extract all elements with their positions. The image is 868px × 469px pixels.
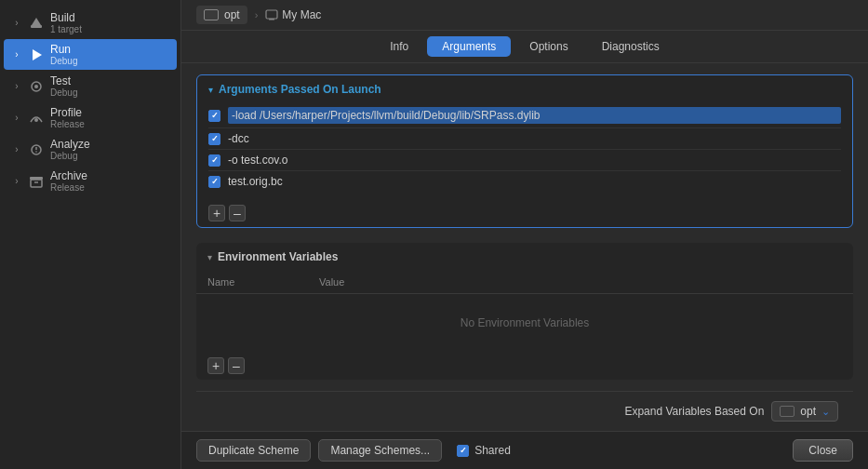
tab-diagnostics[interactable]: Diagnostics (587, 36, 674, 57)
breadcrumb-separator: › (255, 9, 259, 20)
arguments-section-header[interactable]: ▾ Arguments Passed On Launch (197, 75, 852, 103)
main-panel: opt › My Mac Info Arguments Options Diag… (181, 0, 868, 469)
shared-label: Shared (474, 444, 511, 457)
sidebar-item-build[interactable]: › Build 1 target (4, 7, 177, 38)
arg1-text[interactable]: -load /Users/harper/Projects/llvm/build/… (228, 107, 841, 124)
sidebar-item-test[interactable]: › Test Debug (4, 71, 177, 101)
chevron-icon: › (11, 18, 22, 28)
arg3-checkbox[interactable] (208, 154, 220, 167)
arg2-checkbox[interactable] (208, 133, 220, 145)
arg1-checkbox[interactable] (208, 110, 220, 122)
env-table-header: Name Value (196, 271, 853, 294)
arguments-add-button[interactable]: + (208, 205, 225, 221)
arg4-checkbox[interactable] (208, 176, 220, 188)
arg4-text[interactable]: test.orig.bc (228, 175, 283, 188)
tab-arguments[interactable]: Arguments (427, 36, 511, 57)
arg3-text[interactable]: -o test.cov.o (228, 154, 287, 167)
env-col-name-header: Name (207, 276, 319, 288)
env-add-button[interactable]: + (207, 357, 224, 374)
tab-options[interactable]: Options (514, 36, 582, 57)
argument-item-3: -o test.cov.o (208, 150, 841, 171)
svg-marker-1 (32, 18, 41, 25)
scheme-label: opt (224, 8, 240, 21)
expand-variables-row: Expand Variables Based On opt ⌄ (196, 391, 853, 431)
build-icon (28, 15, 45, 32)
env-empty-message: No Environment Variables (196, 294, 853, 352)
run-icon (28, 47, 45, 63)
duplicate-scheme-button[interactable]: Duplicate Scheme (196, 439, 311, 462)
tabs: Info Arguments Options Diagnostics (181, 31, 868, 63)
scheme-box-icon (204, 9, 219, 20)
sidebar-item-run-name: Run (50, 43, 77, 56)
expand-select-arrow-icon: ⌄ (821, 406, 830, 418)
shared-checkbox[interactable] (457, 445, 469, 457)
sidebar-item-build-name: Build (50, 11, 82, 24)
svg-point-5 (34, 118, 38, 122)
env-col-value-header: Value (319, 276, 842, 288)
expand-variables-label: Expand Variables Based On (624, 405, 764, 418)
env-section-header[interactable]: ▾ Environment Variables (196, 243, 853, 271)
argument-item-4: test.orig.bc (208, 171, 841, 192)
expand-variables-value: opt (800, 405, 816, 418)
sidebar-item-run-sub: Debug (50, 56, 77, 66)
sidebar-item-analyze-name: Analyze (50, 138, 90, 151)
chevron-icon: › (11, 176, 22, 186)
tab-info[interactable]: Info (375, 36, 423, 57)
env-add-remove-row: + – (196, 352, 853, 380)
svg-rect-0 (31, 25, 42, 28)
sidebar-item-archive-name: Archive (50, 169, 87, 182)
env-chevron-icon: ▾ (207, 252, 212, 262)
archive-icon (28, 173, 45, 190)
svg-marker-2 (33, 49, 42, 60)
arguments-chevron-icon: ▾ (208, 85, 213, 95)
arguments-section: ▾ Arguments Passed On Launch -load /User… (196, 74, 853, 228)
svg-point-4 (34, 85, 38, 88)
arguments-section-title: Arguments Passed On Launch (219, 83, 381, 96)
sidebar-item-analyze[interactable]: › Analyze Debug (4, 134, 177, 165)
chevron-icon: › (11, 49, 22, 60)
sidebar-item-build-sub: 1 target (50, 24, 82, 34)
chevron-icon: › (11, 81, 22, 91)
bottombar: Duplicate Scheme Manage Schemes... Share… (181, 431, 868, 469)
arguments-list: -load /Users/harper/Projects/llvm/build/… (197, 103, 852, 199)
mac-icon (265, 8, 278, 21)
svg-rect-9 (31, 180, 42, 187)
sidebar-item-archive[interactable]: › Archive Release (4, 166, 177, 196)
argument-item-1: -load /Users/harper/Projects/llvm/build/… (208, 103, 841, 128)
svg-rect-10 (30, 177, 43, 180)
destination-item[interactable]: My Mac (265, 8, 321, 21)
sidebar-item-analyze-sub: Debug (50, 151, 90, 161)
close-button[interactable]: Close (793, 439, 853, 462)
env-section: ▾ Environment Variables Name Value No En… (196, 243, 853, 380)
sidebar-item-test-sub: Debug (50, 87, 77, 98)
manage-schemes-button[interactable]: Manage Schemes... (318, 439, 442, 462)
svg-rect-13 (269, 19, 274, 20)
destination-label: My Mac (282, 8, 321, 21)
arg2-text[interactable]: -dcc (228, 132, 249, 145)
sidebar: › Build 1 target › Run Debug › (0, 0, 181, 469)
content-area: ▾ Arguments Passed On Launch -load /User… (181, 63, 868, 431)
svg-rect-12 (266, 10, 277, 19)
sidebar-item-profile-sub: Release (50, 119, 85, 129)
arguments-remove-button[interactable]: – (229, 205, 246, 221)
chevron-icon: › (11, 144, 22, 154)
shared-row: Shared (457, 444, 511, 457)
chevron-icon: › (11, 113, 22, 123)
sidebar-item-archive-sub: Release (50, 182, 87, 193)
expand-variables-select[interactable]: opt ⌄ (771, 401, 838, 422)
analyze-icon (28, 141, 45, 158)
sidebar-item-profile[interactable]: › Profile Release (4, 102, 177, 133)
sidebar-item-run[interactable]: › Run Debug (4, 39, 177, 70)
expand-scheme-box-icon (780, 406, 795, 417)
env-section-title: Environment Variables (218, 250, 338, 263)
env-remove-button[interactable]: – (228, 357, 245, 374)
profile-icon (28, 110, 45, 127)
argument-item-2: -dcc (208, 128, 841, 150)
scheme-selector[interactable]: opt (196, 6, 247, 24)
topbar: opt › My Mac (181, 0, 868, 31)
test-icon (28, 78, 45, 95)
svg-point-8 (35, 151, 37, 153)
arguments-add-remove-row: + – (197, 199, 852, 227)
sidebar-item-test-name: Test (50, 74, 77, 87)
sidebar-item-profile-name: Profile (50, 106, 85, 119)
